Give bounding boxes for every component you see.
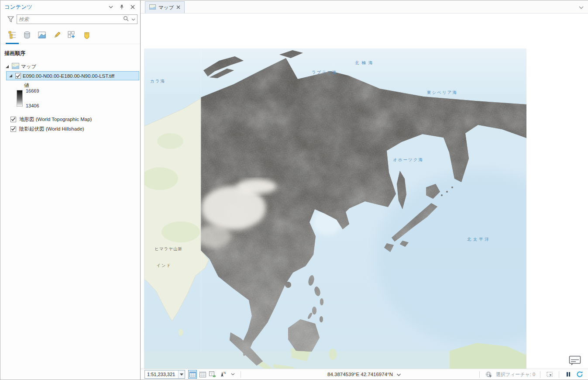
raster-layer-name: E090.00-N00.00-E180.00-N90.00-LST.tiff (23, 73, 114, 79)
search-input[interactable] (19, 17, 123, 22)
pane-collapse-chevron-icon[interactable] (107, 3, 115, 11)
legend-color-ramp (17, 90, 23, 107)
sea-label: 北極海 (355, 60, 375, 65)
layers-tree: マップ E090.00-N00.00-E180.00-N90.00-LST.ti… (0, 62, 140, 134)
map-tab-label: マップ (158, 4, 174, 11)
pause-drawing-icon[interactable] (564, 370, 573, 379)
status-bar: N 84.3874539°E 42.7416974°N 選択フィーチャ: 0 (141, 369, 588, 380)
search-icon[interactable] (123, 16, 129, 23)
layer-visibility-checkbox[interactable] (15, 73, 21, 79)
legend-value-label: 値 (24, 82, 140, 89)
tab-strip-chevron-icon[interactable] (579, 4, 584, 10)
divider (540, 371, 540, 378)
expand-collapse-icon[interactable] (7, 73, 14, 79)
tree-row-map[interactable]: マップ (0, 62, 140, 71)
divider (479, 371, 480, 378)
raster-extent-edge (201, 48, 201, 352)
arcgis-pro-window: コンテンツ (0, 0, 588, 380)
statusbar-view-tools: N (188, 370, 243, 379)
layer-visibility-checkbox[interactable] (10, 117, 16, 122)
search-row (0, 14, 140, 27)
scale-dropdown-icon[interactable] (178, 370, 185, 378)
pane-title: コンテンツ (4, 3, 104, 11)
layer-visibility-checkbox[interactable] (10, 126, 16, 132)
list-by-labeling-icon[interactable] (82, 31, 91, 39)
north-options-chevron-icon[interactable] (228, 370, 237, 379)
view-tab-strip: マップ (141, 0, 588, 14)
sea-label: 北太平洋 (467, 237, 491, 242)
hillshade-layer-name: 陰影起伏図 (World Hillshade) (19, 126, 84, 132)
list-by-selection-icon[interactable] (37, 31, 47, 39)
selected-features-status: 選択フィーチャ: 0 (496, 371, 535, 378)
tree-row-topographic-layer[interactable]: 地形図 (World Topographic Map) (10, 114, 140, 124)
land-label: インド (156, 263, 172, 268)
active-tool-underline (6, 43, 19, 44)
refresh-table-icon[interactable] (208, 370, 217, 379)
scale-input[interactable] (145, 370, 178, 378)
list-by-drawing-order-icon[interactable] (7, 31, 17, 39)
north-arrow-icon[interactable]: N (218, 370, 227, 379)
contents-pane-header: コンテンツ (0, 0, 140, 14)
svg-text:N: N (224, 371, 226, 374)
list-by-editing-icon[interactable] (52, 31, 62, 39)
expand-collapse-icon[interactable] (4, 63, 10, 69)
list-by-data-source-icon[interactable] (22, 31, 32, 39)
refresh-map-icon[interactable] (575, 370, 584, 379)
map-thumbnail-icon (12, 63, 19, 70)
scale-combo (144, 370, 185, 379)
coordinates-text: 84.3874539°E 42.7416974°N (327, 372, 393, 377)
search-options-chevron-icon[interactable] (131, 16, 135, 22)
tree-row-raster-layer[interactable]: E090.00-N00.00-E180.00-N90.00-LST.tiff (6, 71, 139, 80)
attribute-table-icon[interactable] (188, 370, 197, 379)
coords-chevron-icon[interactable] (397, 372, 401, 377)
map-notification-icon[interactable] (569, 356, 581, 366)
selection-box-icon[interactable] (545, 370, 554, 379)
coordinate-readout[interactable]: 84.3874539°E 42.7416974°N (327, 372, 401, 377)
map-root-label: マップ (21, 63, 36, 70)
legend-ramp-row: 16669 13406 (17, 90, 140, 108)
selection-globe-icon (485, 370, 493, 379)
list-by-snapping-icon[interactable] (67, 31, 76, 39)
legend-min-value: 13406 (26, 103, 39, 108)
land-label: ヒマラヤ山脈 (155, 246, 182, 251)
sea-label: 東シベリア海 (427, 90, 457, 95)
pane-pin-icon[interactable] (118, 3, 126, 11)
grid-table-icon[interactable] (198, 370, 207, 379)
map-canvas[interactable]: 北極海 カラ海 ラプテフ海 東シベリア海 オホーツク海 北太平洋 ヒマラヤ山脈 … (141, 14, 588, 369)
topographic-layer-name: 地形図 (World Topographic Map) (19, 116, 92, 123)
filter-icon[interactable] (7, 15, 14, 23)
map-image[interactable]: 北極海 カラ海 ラプテフ海 東シベリア海 オホーツク海 北太平洋 ヒマラヤ山脈 … (144, 48, 526, 369)
map-tab-icon (149, 4, 156, 10)
contents-pane: コンテンツ (0, 0, 141, 380)
search-box (17, 14, 138, 24)
sea-label: ラプテフ海 (312, 70, 337, 75)
tab-close-icon[interactable] (176, 5, 180, 10)
tree-row-hillshade-layer[interactable]: 陰影起伏図 (World Hillshade) (10, 124, 140, 134)
divider (241, 371, 241, 378)
map-view-tab[interactable]: マップ (145, 1, 185, 13)
contents-toolbar (0, 27, 140, 44)
legend-max-value: 16669 (26, 88, 39, 93)
sea-label: オホーツク海 (393, 157, 423, 162)
pane-close-icon[interactable] (129, 3, 137, 11)
view-area: マップ (141, 0, 588, 380)
divider (559, 371, 559, 378)
drawing-order-header: 描画順序 (0, 44, 140, 62)
statusbar-right-tools: 選択フィーチャ: 0 (477, 370, 584, 379)
sea-label: カラ海 (150, 79, 165, 83)
